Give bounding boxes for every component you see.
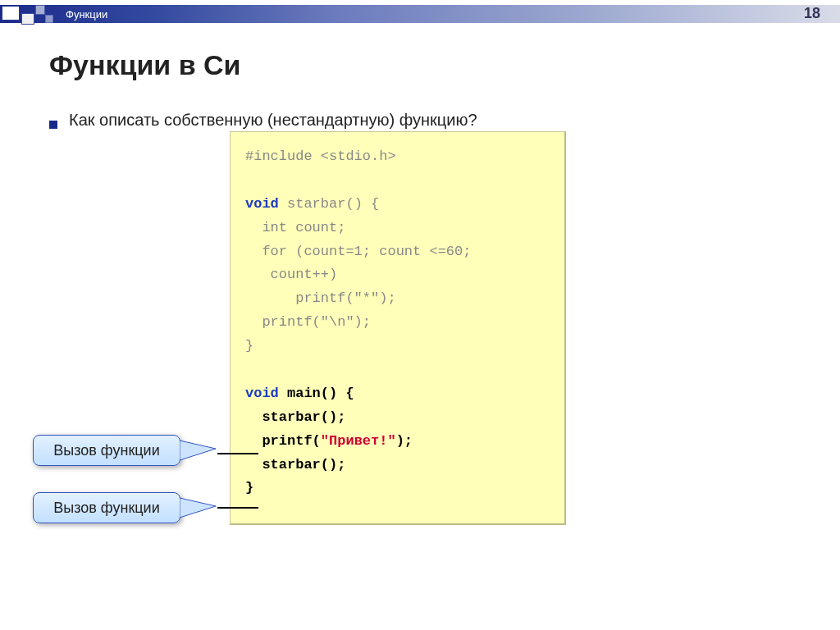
breadcrumb: Функции (66, 8, 107, 21)
code-line-call-2: starbar(); (245, 454, 550, 477)
connector-line (217, 507, 258, 509)
callout-call-2: Вызов функции (33, 492, 180, 523)
callout-pointer-icon (180, 439, 219, 462)
code-line-main-decl: void main() { (245, 382, 550, 406)
svg-marker-1 (180, 498, 216, 518)
code-line: printf("*"); (245, 287, 550, 311)
callout-text: Вызов функции (53, 500, 159, 517)
code-line: } (245, 335, 550, 358)
header-decor (0, 5, 57, 23)
code-line-starbar-decl: void starbar() { (245, 193, 550, 217)
code-line: count++) (245, 263, 550, 287)
code-line-printf: printf("Привет!"); (245, 430, 550, 454)
page-title: Функции в Си (49, 49, 807, 81)
code-line: printf("\n"); (245, 311, 550, 335)
code-block: #include <stdio.h> void starbar() { int … (230, 131, 566, 525)
code-line-include: #include <stdio.h> (245, 145, 550, 169)
callout-text: Вызов функции (53, 442, 159, 459)
bullet-text: Как описать собственную (нестандартную) … (69, 111, 477, 130)
connector-line (217, 453, 258, 454)
callout-call-1: Вызов функции (33, 435, 180, 466)
code-line: for (count=1; count <=60; (245, 240, 550, 264)
bullet-item: Как описать собственную (нестандартную) … (49, 111, 807, 130)
code-line: } (245, 477, 550, 500)
code-line: int count; (245, 217, 550, 240)
callout-pointer-icon (180, 496, 219, 519)
svg-marker-0 (180, 441, 216, 460)
code-line-call-1: starbar(); (245, 406, 550, 430)
header-bar: Функции (0, 5, 840, 23)
page-number: 18 (804, 5, 820, 22)
bullet-square-icon (49, 121, 57, 129)
